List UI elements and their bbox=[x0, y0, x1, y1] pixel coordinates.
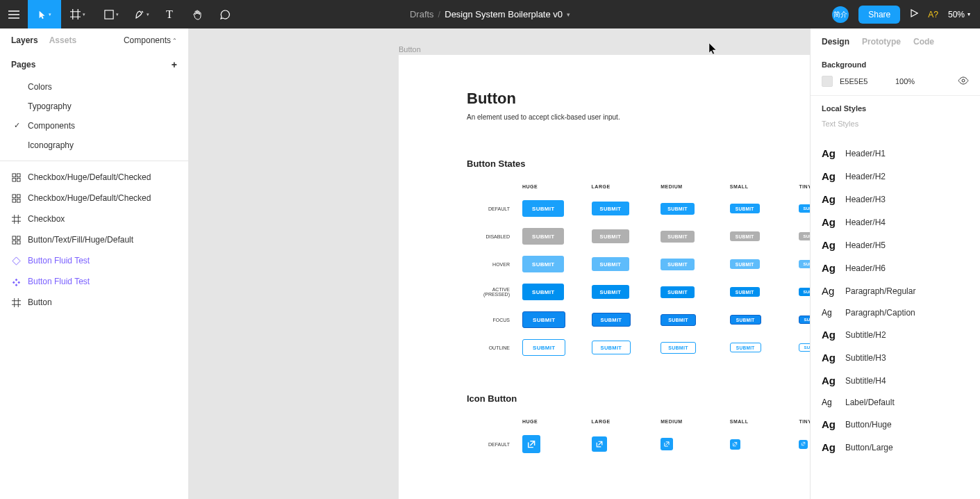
comment-tool-button[interactable] bbox=[211, 0, 239, 28]
button-sample[interactable]: SUBMIT bbox=[661, 314, 730, 326]
button-sample[interactable]: SUBMIT bbox=[592, 257, 661, 271]
present-button[interactable] bbox=[910, 9, 918, 19]
layer-item[interactable]: Checkbox/Huge/Default/Checked bbox=[0, 188, 188, 208]
frame-tool-button[interactable]: ▾ bbox=[61, 0, 94, 28]
page-item-colors[interactable]: Colors bbox=[0, 77, 188, 97]
button-sample[interactable]: SUBMIT bbox=[799, 232, 810, 240]
shape-tool-button[interactable]: ▾ bbox=[94, 0, 128, 28]
button-sample[interactable]: SUBMIT bbox=[799, 204, 810, 213]
text-style-item[interactable]: AgHeader/H4 bbox=[811, 211, 980, 234]
text-style-item[interactable]: AgHeader/H3 bbox=[811, 188, 980, 211]
text-style-item[interactable]: AgLabel/Default bbox=[811, 392, 980, 413]
submit-button: SUBMIT bbox=[592, 313, 631, 327]
tab-design[interactable]: Design bbox=[822, 37, 849, 47]
page-item-typography[interactable]: Typography bbox=[0, 97, 188, 116]
text-style-item[interactable]: AgHeader/H1 bbox=[811, 142, 980, 165]
move-tool-button[interactable]: ▾ bbox=[28, 0, 61, 28]
button-sample[interactable]: SUBMIT bbox=[522, 311, 592, 328]
button-sample[interactable]: SUBMIT bbox=[730, 343, 799, 352]
button-sample[interactable]: SUBMIT bbox=[522, 339, 592, 356]
button-sample[interactable]: SUBMIT bbox=[592, 313, 661, 327]
button-sample[interactable]: SUBMIT bbox=[730, 204, 799, 213]
text-style-item[interactable]: AgSubtitle/H3 bbox=[811, 346, 980, 369]
missing-font-indicator[interactable]: A? bbox=[928, 10, 938, 19]
icon-button-sample[interactable] bbox=[592, 436, 661, 452]
button-sample[interactable]: SUBMIT bbox=[522, 200, 592, 217]
button-sample[interactable]: SUBMIT bbox=[592, 285, 661, 299]
text-style-item[interactable]: AgHeader/H6 bbox=[811, 256, 980, 279]
layer-item[interactable]: Button Fluid Test bbox=[0, 250, 188, 271]
ag-preview: Ag bbox=[822, 352, 837, 363]
button-sample[interactable]: SUBMIT bbox=[730, 259, 799, 269]
visibility-toggle[interactable] bbox=[958, 76, 969, 86]
page-item-components[interactable]: Components bbox=[0, 116, 188, 136]
tab-prototype[interactable]: Prototype bbox=[862, 37, 901, 47]
layer-item[interactable]: Button bbox=[0, 292, 188, 313]
breadcrumb-file[interactable]: Design System Boilerplate v0 ▾ bbox=[445, 9, 570, 19]
hand-tool-button[interactable] bbox=[183, 0, 211, 28]
background-opacity[interactable]: 100% bbox=[895, 77, 915, 85]
layer-item[interactable]: Checkbox bbox=[0, 208, 188, 229]
layer-item[interactable]: Button Fluid Test bbox=[0, 271, 188, 292]
button-sample[interactable]: SUBMIT bbox=[799, 288, 810, 296]
background-swatch[interactable] bbox=[822, 76, 833, 87]
button-sample[interactable]: SUBMIT bbox=[522, 284, 592, 300]
components-dropdown[interactable]: Components ⌃ bbox=[124, 35, 177, 45]
layer-label: Checkbox/Huge/Default/Checked bbox=[28, 193, 151, 203]
add-page-button[interactable]: + bbox=[172, 59, 177, 70]
layer-item[interactable]: Button/Text/Fill/Huge/Default bbox=[0, 229, 188, 250]
pen-tool-button[interactable]: ▾ bbox=[128, 0, 156, 28]
button-sample[interactable]: SUBMIT bbox=[799, 343, 810, 352]
text-style-item[interactable]: AgParagraph/Regular bbox=[811, 279, 980, 302]
layer-item[interactable]: Checkbox/Huge/Default/Checked bbox=[0, 167, 188, 188]
text-style-item[interactable]: AgHeader/H2 bbox=[811, 165, 980, 188]
button-sample[interactable]: SUBMIT bbox=[661, 203, 730, 215]
icon-button-sample[interactable] bbox=[730, 439, 799, 450]
ag-preview: Ag bbox=[822, 308, 837, 318]
style-name-label: Header/H6 bbox=[845, 263, 886, 273]
button-sample[interactable]: SUBMIT bbox=[730, 287, 799, 297]
text-style-item[interactable]: AgSubtitle/H2 bbox=[811, 323, 980, 346]
icon-button-sample[interactable] bbox=[522, 435, 592, 453]
tab-assets[interactable]: Assets bbox=[49, 35, 76, 45]
zoom-control[interactable]: 50% ▾ bbox=[948, 10, 970, 19]
text-style-item[interactable]: AgSubtitle/H4 bbox=[811, 369, 980, 392]
text-tool-button[interactable]: T bbox=[156, 0, 183, 28]
text-style-item[interactable]: AgParagraph/Caption bbox=[811, 302, 980, 323]
breadcrumb-folder[interactable]: Drafts bbox=[410, 9, 434, 19]
avatar[interactable]: 简介 bbox=[832, 6, 849, 23]
text-style-item[interactable]: AgButton/Large bbox=[811, 436, 980, 459]
button-sample[interactable]: SUBMIT bbox=[522, 228, 592, 245]
tab-layers[interactable]: Layers bbox=[11, 35, 38, 45]
icon-button-sample[interactable] bbox=[661, 438, 730, 450]
button-sample[interactable]: SUBMIT bbox=[592, 229, 661, 243]
button-sample[interactable]: SUBMIT bbox=[730, 315, 799, 325]
share-button[interactable]: Share bbox=[858, 6, 900, 24]
tab-code[interactable]: Code bbox=[913, 37, 934, 47]
background-hex[interactable]: E5E5E5 bbox=[840, 77, 888, 85]
button-sample[interactable]: SUBMIT bbox=[592, 341, 661, 354]
external-link-icon bbox=[526, 439, 536, 449]
button-sample[interactable]: SUBMIT bbox=[661, 286, 730, 298]
page-item-iconography[interactable]: Iconography bbox=[0, 136, 188, 155]
button-sample[interactable]: SUBMIT bbox=[799, 260, 810, 268]
button-sample[interactable]: SUBMIT bbox=[592, 202, 661, 215]
section-title-icon: Icon Button bbox=[467, 393, 810, 404]
button-sample[interactable]: SUBMIT bbox=[799, 316, 810, 324]
text-style-item[interactable]: AgHeader/H5 bbox=[811, 234, 980, 256]
main-menu-button[interactable] bbox=[0, 0, 28, 28]
move-cursor-icon bbox=[38, 10, 47, 19]
svg-rect-4 bbox=[17, 178, 20, 181]
icon-button-sample[interactable] bbox=[799, 440, 810, 449]
ag-preview: Ag bbox=[822, 329, 837, 341]
frame-label[interactable]: Button bbox=[399, 45, 421, 54]
button-sample[interactable]: SUBMIT bbox=[522, 256, 592, 272]
artboard-button[interactable]: Button An element used to accept click-b… bbox=[399, 55, 810, 499]
canvas[interactable]: Button Button An element used to accept … bbox=[189, 28, 810, 499]
button-sample[interactable]: SUBMIT bbox=[661, 342, 730, 354]
button-sample[interactable]: SUBMIT bbox=[730, 231, 799, 241]
button-sample[interactable]: SUBMIT bbox=[661, 259, 730, 270]
hand-icon bbox=[192, 9, 203, 20]
button-sample[interactable]: SUBMIT bbox=[661, 231, 730, 243]
text-style-item[interactable]: AgButton/Huge bbox=[811, 413, 980, 436]
